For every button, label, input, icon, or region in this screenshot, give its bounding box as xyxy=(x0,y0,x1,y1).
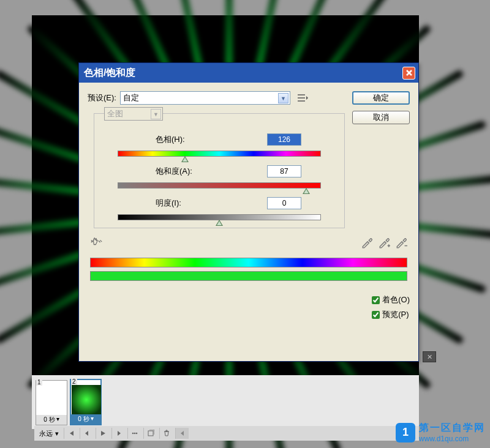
saturation-label: 饱和度(A): xyxy=(156,166,192,177)
lightness-slider[interactable] xyxy=(118,214,321,220)
chevron-down-icon: ▼ xyxy=(278,93,288,103)
hue-slider[interactable] xyxy=(118,151,321,157)
preview-checkbox[interactable]: 预览(P) xyxy=(372,309,410,320)
saturation-input[interactable] xyxy=(267,165,301,177)
preview-label: 预览(P) xyxy=(382,309,409,320)
hue-label: 色相(H): xyxy=(156,134,185,145)
chevron-down-icon: ▼ xyxy=(151,109,161,119)
colorize-input[interactable] xyxy=(372,296,380,304)
hue-thumb[interactable] xyxy=(181,156,189,162)
hue-saturation-dialog: 色相/饱和度 预设(E): 自定 ▼ 确定 取消 全图 ▼ xyxy=(78,62,419,362)
frame-delay[interactable]: 0 秒▾ xyxy=(36,415,67,425)
ok-label: 确定 xyxy=(373,92,389,103)
channel-value: 全图 xyxy=(107,108,123,119)
animation-frames: 1 0 秒▾ 2 0 秒▾ xyxy=(32,375,419,429)
loop-value: 永远 xyxy=(39,429,53,438)
eyedropper-icon[interactable] xyxy=(361,236,373,247)
frame-thumbnail xyxy=(37,386,66,415)
eyedropper-minus-icon[interactable] xyxy=(395,236,407,247)
first-frame-button[interactable] xyxy=(64,428,77,439)
cancel-label: 取消 xyxy=(373,112,389,123)
preset-menu-icon[interactable] xyxy=(298,92,310,103)
scrubby-hand-icon[interactable] xyxy=(90,236,104,248)
colorize-label: 着色(O) xyxy=(382,294,410,305)
frame-thumbnail xyxy=(72,385,101,414)
cancel-button[interactable]: 取消 xyxy=(352,111,410,124)
prev-frame-button[interactable] xyxy=(80,428,93,439)
svg-rect-3 xyxy=(148,431,153,436)
channel-select[interactable]: 全图 ▼ xyxy=(104,107,163,121)
frame-number: 2 xyxy=(71,378,77,385)
panel-close-icon[interactable]: ✕ xyxy=(423,351,436,362)
saturation-thumb[interactable] xyxy=(303,188,310,194)
ok-button[interactable]: 确定 xyxy=(352,91,410,105)
preset-value: 自定 xyxy=(123,92,139,103)
frame-delay[interactable]: 0 秒▾ xyxy=(71,414,100,424)
colorize-checkbox[interactable]: 着色(O) xyxy=(372,294,410,305)
scroll-left-button[interactable] xyxy=(175,428,189,439)
lightness-thumb[interactable] xyxy=(216,220,223,226)
lightness-label: 明度(I): xyxy=(156,198,181,209)
duplicate-frame-button[interactable] xyxy=(143,428,157,439)
preset-label: 预设(E): xyxy=(88,92,116,103)
tween-button[interactable] xyxy=(127,428,141,439)
dialog-titlebar[interactable]: 色相/饱和度 xyxy=(79,63,418,83)
frame-2[interactable]: 2 0 秒▾ xyxy=(70,379,102,425)
svg-point-2 xyxy=(135,433,137,435)
sliders-panel: 全图 ▼ 色相(H): 饱和度(A): xyxy=(94,113,345,228)
hue-input[interactable] xyxy=(267,133,301,146)
frame-number: 1 xyxy=(36,379,42,386)
delete-frame-button[interactable] xyxy=(159,428,173,439)
watermark-text: 第一区自学网 xyxy=(419,422,485,435)
watermark-logo: 1 xyxy=(396,423,415,442)
animation-controls: 永远▾ xyxy=(34,426,419,441)
play-button[interactable] xyxy=(96,428,109,439)
eyedropper-plus-icon[interactable] xyxy=(378,236,390,247)
preview-input[interactable] xyxy=(372,311,380,319)
watermark-url: www.d1qu.com xyxy=(419,435,485,443)
spectrum-bar-source xyxy=(90,258,407,267)
svg-point-1 xyxy=(134,433,135,435)
frame-1[interactable]: 1 0 秒▾ xyxy=(36,380,67,425)
saturation-slider[interactable] xyxy=(118,182,321,189)
svg-point-0 xyxy=(132,433,134,435)
next-frame-button[interactable] xyxy=(111,428,125,439)
lightness-input[interactable] xyxy=(267,197,301,209)
spectrum-bar-result xyxy=(90,271,407,281)
loop-select[interactable]: 永远▾ xyxy=(37,429,61,438)
dialog-title: 色相/饱和度 xyxy=(84,67,402,80)
close-button[interactable] xyxy=(402,67,415,80)
preset-select[interactable]: 自定 ▼ xyxy=(120,91,290,105)
watermark: 1 第一区自学网 www.d1qu.com xyxy=(396,422,485,443)
